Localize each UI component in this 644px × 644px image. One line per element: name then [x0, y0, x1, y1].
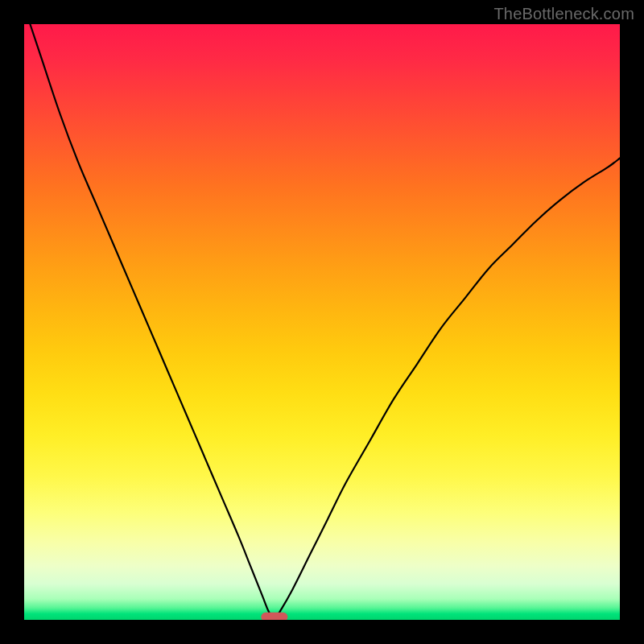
bottleneck-curve: [24, 24, 620, 620]
plot-area: [24, 24, 620, 620]
watermark-text: TheBottleneck.com: [493, 5, 634, 23]
chart-frame: TheBottleneck.com: [0, 0, 644, 644]
optimum-marker: [261, 613, 287, 620]
